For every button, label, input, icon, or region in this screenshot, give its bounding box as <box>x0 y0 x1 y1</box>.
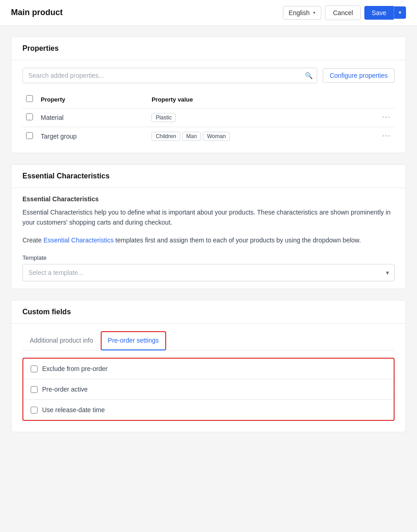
tab-preorder-settings[interactable]: Pre-order settings <box>101 331 166 350</box>
property-tag: Man <box>182 132 201 141</box>
main-content: Properties 🔍 Configure properties Proper… <box>0 26 417 443</box>
essential-link-text: Create Essential Characteristics templat… <box>22 235 395 245</box>
use-release-date-label: Use release-date time <box>42 406 105 414</box>
property-tag: Plastic <box>152 113 176 122</box>
properties-header: Properties <box>11 37 406 60</box>
essential-inner-title: Essential Characteristics <box>22 195 395 203</box>
preorder-settings-panel: Exclude from pre-order Pre-order active … <box>22 358 395 421</box>
configure-properties-button[interactable]: Configure properties <box>323 68 395 83</box>
header-actions: English ▾ Cancel Save ▾ <box>283 5 406 20</box>
property-value-0: Plastic··· <box>148 108 395 127</box>
language-selector[interactable]: English ▾ <box>283 6 322 20</box>
template-select-wrap: Select a template... ▾ <box>22 264 395 281</box>
property-name-1: Target group <box>37 127 148 146</box>
template-label: Template <box>22 254 395 261</box>
properties-search-input[interactable] <box>22 68 317 83</box>
property-column-header: Property <box>37 91 148 108</box>
save-button[interactable]: Save <box>364 6 394 20</box>
preorder-row-exclude: Exclude from pre-order <box>23 359 394 379</box>
essential-description: Essential Characteristics help you to de… <box>22 207 395 228</box>
preorder-active-label: Pre-order active <box>42 386 88 393</box>
save-button-group: Save ▾ <box>364 6 406 20</box>
property-name-0: Material <box>37 108 148 127</box>
language-chevron-icon: ▾ <box>313 10 315 15</box>
exclude-from-preorder-label: Exclude from pre-order <box>42 365 108 372</box>
row-checkbox-1[interactable] <box>26 132 33 139</box>
header: Main product English ▾ Cancel Save ▾ <box>0 0 417 26</box>
essential-title: Essential Characteristics <box>22 172 109 180</box>
template-field: Template Select a template... ▾ <box>22 254 395 281</box>
preorder-active-checkbox[interactable] <box>31 386 38 393</box>
template-select[interactable]: Select a template... <box>22 264 395 281</box>
table-row: Target groupChildrenManWoman··· <box>22 127 395 146</box>
cancel-button[interactable]: Cancel <box>325 5 361 20</box>
property-value-column-header: Property value <box>148 91 395 108</box>
property-value-1: ChildrenManWoman··· <box>148 127 395 146</box>
property-tag: Woman <box>203 132 230 141</box>
row-more-button-0[interactable]: ··· <box>382 113 391 121</box>
search-input-wrap: 🔍 <box>22 68 317 83</box>
properties-section: Properties 🔍 Configure properties Proper… <box>11 37 406 153</box>
custom-fields-section: Custom fields Additional product info Pr… <box>11 300 406 432</box>
preorder-row-active: Pre-order active <box>23 379 394 400</box>
essential-characteristics-section: Essential Characteristics Essential Char… <box>11 164 406 289</box>
custom-fields-title: Custom fields <box>22 308 71 316</box>
custom-fields-header: Custom fields <box>11 301 406 324</box>
row-more-button-1[interactable]: ··· <box>382 132 391 140</box>
properties-table: Property Property value MaterialPlastic·… <box>22 91 395 145</box>
row-checkbox-0[interactable] <box>26 113 33 120</box>
preorder-row-release-date: Use release-date time <box>23 400 394 420</box>
essential-body: Essential Characteristics Essential Char… <box>11 188 406 289</box>
properties-search-row: 🔍 Configure properties <box>22 68 395 83</box>
property-tag: Children <box>152 132 180 141</box>
custom-fields-tabs: Additional product info Pre-order settin… <box>22 331 395 350</box>
exclude-from-preorder-checkbox[interactable] <box>31 365 38 372</box>
select-all-checkbox[interactable] <box>26 95 33 102</box>
properties-body: 🔍 Configure properties Property Property… <box>11 60 406 153</box>
use-release-date-checkbox[interactable] <box>31 407 38 414</box>
save-dropdown-button[interactable]: ▾ <box>394 6 406 19</box>
language-value: English <box>289 9 310 16</box>
table-row: MaterialPlastic··· <box>22 108 395 127</box>
custom-fields-body: Additional product info Pre-order settin… <box>11 324 406 432</box>
essential-header: Essential Characteristics <box>11 165 406 188</box>
properties-title: Properties <box>22 44 59 52</box>
search-icon: 🔍 <box>305 72 313 79</box>
essential-characteristics-link[interactable]: Essential Characteristics <box>43 236 114 244</box>
tab-additional-product-info[interactable]: Additional product info <box>22 331 101 350</box>
page-title: Main product <box>11 8 63 17</box>
